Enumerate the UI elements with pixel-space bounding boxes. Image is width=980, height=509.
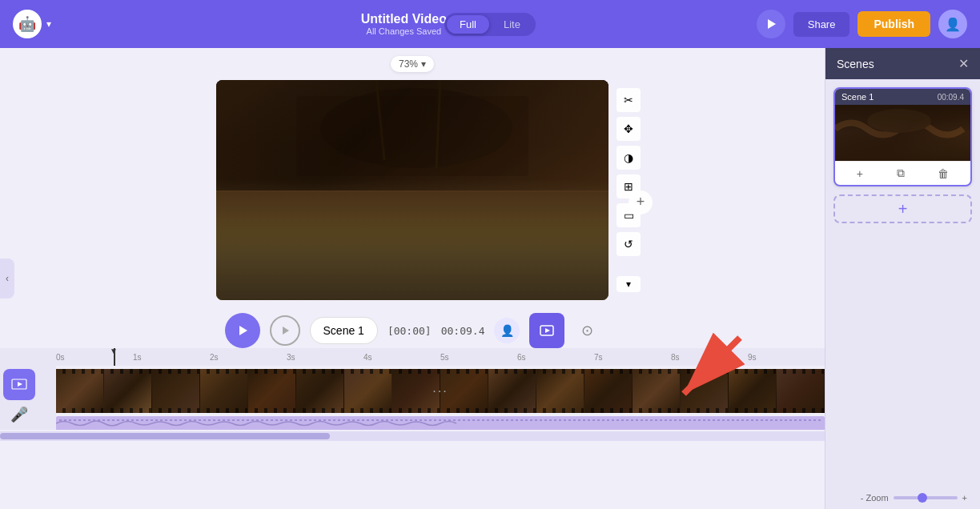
ruler-mark-6s: 6s (517, 353, 526, 362)
avatar-transport-button[interactable]: 👤 (494, 318, 520, 343)
main-area: ‹ 73% ▾ (0, 48, 980, 509)
scene-play-button[interactable] (270, 315, 300, 346)
timeline-top: 0s 1s 2s 3s 4s 5s 6s 7s 8s 9s (0, 348, 825, 366)
svg-point-14 (867, 109, 931, 133)
scrollbar-thumb[interactable] (0, 433, 330, 439)
scene-card-1: Scene 1 00:09.4 + ⧉ 🗑 (833, 87, 972, 186)
ruler-mark-0s: 0s (56, 353, 65, 362)
logo-icon[interactable]: 🤖 (13, 10, 42, 38)
film-cell (200, 369, 248, 413)
transport-controls: Scene 1 [00:00] 00:09.4 👤 ⊙ (225, 313, 600, 348)
share-button[interactable]: Share (793, 12, 850, 37)
zoom-plus-label[interactable]: + (962, 493, 967, 503)
move-tool[interactable]: ✥ (617, 117, 641, 141)
video-track[interactable]: 00:09.4 (56, 369, 825, 413)
editor-area: 73% ▾ (0, 48, 825, 509)
scenes-close-button[interactable]: ✕ (958, 56, 969, 71)
audio-track[interactable] (56, 416, 825, 430)
film-cell (681, 369, 729, 413)
svg-marker-9 (545, 328, 550, 333)
video-background (216, 80, 608, 300)
track-content: 00:09.4 (56, 366, 825, 430)
header: 🤖 ▾ Untitled Video All Changes Saved Ful… (0, 0, 980, 48)
film-cell (488, 369, 536, 413)
scene-card-title: Scene 1 (841, 92, 874, 102)
video-track-icon[interactable] (3, 369, 35, 400)
publish-button[interactable]: Publish (858, 11, 930, 37)
adjust-tool[interactable]: ◑ (617, 146, 641, 170)
film-cell (296, 369, 344, 413)
logo-area: 🤖 ▾ (13, 10, 51, 38)
user-avatar[interactable]: 👤 (938, 10, 967, 38)
duration-display: 00:09.4 (441, 325, 485, 337)
track-controls: 🎤 (0, 366, 56, 430)
scenes-list: Scene 1 00:09.4 + ⧉ 🗑 (825, 79, 980, 509)
svg-point-2 (320, 88, 512, 168)
track-overflow-indicator: ··· (432, 384, 448, 399)
timeline-ruler-body: 0s 1s 2s 3s 4s 5s 6s 7s 8s 9s (56, 348, 825, 366)
film-cell (777, 369, 825, 413)
ruler-mark-2s: 2s (210, 353, 219, 362)
film-cell (344, 369, 392, 413)
timeline-ruler: 0s 1s 2s 3s 4s 5s 6s 7s 8s 9s (56, 348, 825, 366)
zoom-control[interactable]: 73% ▾ (391, 56, 434, 72)
film-cell (633, 369, 681, 413)
scene-duplicate-action[interactable]: ⧉ (897, 166, 905, 180)
more-tools-button[interactable]: ▾ (617, 276, 641, 292)
scene-card-duration: 00:09.4 (938, 93, 964, 102)
ruler-mark-4s: 4s (363, 353, 372, 362)
zoom-thumb[interactable] (918, 493, 927, 503)
scene-name-label[interactable]: Scene 1 (310, 317, 378, 344)
scenes-title: Scenes (837, 58, 874, 70)
ruler-mark-9s: 9s (748, 353, 757, 362)
preview-play-button[interactable] (757, 10, 785, 38)
full-view-btn[interactable]: Full (447, 15, 489, 34)
film-cell (729, 369, 777, 413)
settings-transport-button[interactable]: ⊙ (574, 318, 600, 343)
audio-track-icon[interactable]: 🎤 (3, 403, 35, 427)
track-side (0, 348, 56, 366)
logo-chevron-icon[interactable]: ▾ (46, 18, 51, 30)
ruler-mark-7s: 7s (594, 353, 603, 362)
svg-rect-5 (216, 192, 608, 300)
zoom-chevron-icon: ▾ (421, 58, 426, 70)
zoom-slider[interactable] (894, 496, 958, 499)
lite-view-btn[interactable]: Lite (491, 15, 533, 34)
ruler-mark-8s: 8s (671, 353, 680, 362)
film-cell (584, 369, 633, 413)
ruler-mark-1s: 1s (133, 353, 142, 362)
ruler-mark-3s: 3s (287, 353, 295, 362)
zoom-minus-label[interactable]: - Zoom (861, 493, 889, 503)
svg-marker-7 (283, 327, 289, 335)
media-button[interactable] (529, 313, 564, 348)
view-toggle: Full Lite (444, 13, 536, 36)
zoom-level: 73% (399, 58, 418, 70)
svg-marker-6 (239, 326, 247, 335)
zoom-bottom-control: - Zoom + (861, 493, 967, 503)
timeline-scrollbar[interactable] (0, 431, 825, 441)
film-cell (152, 369, 200, 413)
film-cell (248, 369, 296, 413)
video-title: Untitled Video (61, 12, 747, 26)
scene-card-header: Scene 1 00:09.4 (835, 89, 970, 105)
film-cell (56, 369, 104, 413)
main-play-button[interactable] (225, 313, 260, 348)
add-scene-button[interactable]: + (833, 194, 972, 223)
timeline-tracks: 🎤 00:09.4 (0, 366, 825, 430)
svg-marker-0 (768, 19, 776, 29)
rotate-tool[interactable]: ↺ (617, 232, 641, 256)
scene-delete-action[interactable]: 🗑 (938, 166, 949, 180)
header-center: Full Lite (444, 13, 536, 36)
scene-card-actions: + ⧉ 🗑 (835, 161, 970, 185)
scene-add-action[interactable]: + (857, 166, 863, 180)
scissors-tool[interactable]: ✂ (617, 88, 641, 112)
scene-thumbnail[interactable] (835, 105, 970, 161)
scenes-header: Scenes ✕ (825, 48, 980, 79)
video-container: ✂ ✥ ◑ ⊞ ▭ ↺ + ▾ (216, 80, 608, 300)
add-element-button[interactable]: + (629, 190, 653, 214)
video-preview (216, 80, 608, 300)
timeline: 0s 1s 2s 3s 4s 5s 6s 7s 8s 9s (0, 348, 825, 441)
timeline-playhead[interactable] (114, 348, 115, 366)
film-cell (104, 369, 152, 413)
left-panel-toggle[interactable]: ‹ (0, 259, 14, 299)
